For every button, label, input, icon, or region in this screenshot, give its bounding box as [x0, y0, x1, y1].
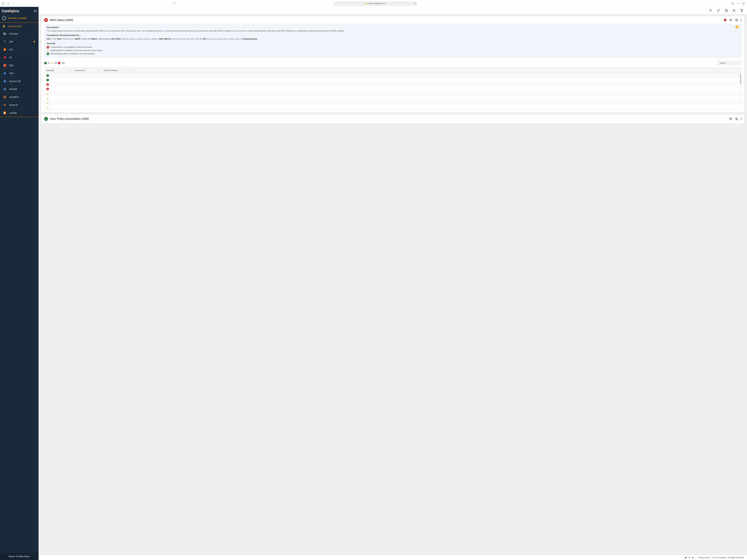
svg-rect-22: [4, 88, 5, 90]
active-dot-icon: [33, 41, 35, 43]
svg-point-56: [736, 120, 736, 120]
zoom-icon[interactable]: [729, 19, 732, 22]
svg-point-46: [737, 21, 738, 21]
column-header-account-id[interactable]: Account Id ≡: [73, 68, 102, 73]
svg-point-45: [736, 21, 736, 21]
user-icon[interactable]: [732, 9, 736, 12]
sidebar-item-redshift[interactable]: Redshift: [0, 85, 38, 93]
url-text: atlas.centilytics.com: [368, 2, 386, 4]
ok-icon: ✓: [46, 74, 49, 77]
svg-point-28: [4, 105, 5, 105]
svg-point-13: [4, 33, 4, 33]
svg-line-34: [717, 10, 718, 11]
description-toggle[interactable]: [735, 26, 740, 28]
facebook-icon[interactable]: [688, 557, 690, 559]
section-back-icon[interactable]: [2, 16, 6, 20]
svg-point-49: [741, 19, 741, 19]
status-critical-icon: [44, 18, 48, 22]
ok-icon: ✓: [46, 79, 49, 81]
refresh-icon[interactable]: [414, 2, 416, 4]
section-title: Security & Health: [8, 17, 27, 20]
route53-icon: [3, 103, 6, 107]
rds-icon: [3, 72, 6, 75]
privacy-link[interactable]: Privacy policy: [698, 557, 710, 559]
table-row[interactable]: ▲: [44, 91, 741, 96]
twitter-icon[interactable]: [685, 557, 687, 559]
filter-icon[interactable]: [740, 9, 743, 12]
warn-icon: ▲: [46, 101, 49, 104]
share-icon[interactable]: [731, 2, 735, 5]
collapse-icon[interactable]: [717, 9, 720, 12]
severity-row: ✕ Critical:MFA is not enabled on the roo…: [47, 46, 739, 49]
sidebar-toggle-icon[interactable]: [2, 2, 5, 5]
forward-icon[interactable]: [12, 2, 15, 5]
column-menu-icon[interactable]: ≡: [98, 69, 100, 72]
shield-icon[interactable]: [173, 2, 176, 5]
svg-rect-27: [5, 97, 6, 98]
table-row[interactable]: ▲: [44, 105, 741, 109]
cloudfront-icon: [3, 95, 6, 99]
add-cart-icon[interactable]: [735, 19, 738, 22]
card-mfa-status: MFA Status (IAM) ! Description This insi…: [41, 16, 744, 112]
svg-rect-5: [743, 2, 745, 4]
alert-badge-icon[interactable]: !: [724, 19, 726, 21]
severity-row: ▲ Warning:MFA is enabled on the root acc…: [47, 49, 739, 52]
warn-icon: ▲: [46, 106, 49, 108]
column-header-severity[interactable]: Severity ≡: [44, 68, 73, 73]
svg-marker-38: [741, 9, 743, 12]
table-row[interactable]: ▲: [44, 100, 741, 105]
collapse-sidebar-icon[interactable]: [33, 10, 37, 12]
toolbar: [38, 7, 747, 14]
table-row[interactable]: ✕: [44, 82, 741, 87]
return-main-menu-button[interactable]: Return To Main Menu: [0, 553, 38, 560]
table-row[interactable]: ✓: [44, 78, 741, 82]
menu-icon[interactable]: [709, 9, 712, 12]
ok-icon: ✓: [47, 52, 49, 55]
svg-rect-25: [5, 96, 6, 97]
back-icon[interactable]: [7, 2, 10, 5]
column-menu-icon[interactable]: ≡: [69, 69, 70, 72]
search-input[interactable]: [718, 61, 742, 65]
svg-point-60: [741, 117, 741, 118]
sidebar-item-ec2[interactable]: EC2: [0, 46, 38, 53]
sidebar-item-label: S3: [9, 56, 12, 59]
sidebar-item-cloudfront[interactable]: Cloudfront: [0, 93, 38, 101]
svg-point-37: [733, 9, 735, 10]
sidebar-item-rds[interactable]: RDS: [0, 69, 38, 77]
plus-icon[interactable]: [737, 2, 740, 5]
sidebar-item-lambda[interactable]: Lambda: [0, 109, 38, 117]
svg-rect-23: [5, 88, 6, 90]
critical-icon: ✕: [58, 62, 60, 64]
add-cart-icon[interactable]: [735, 117, 738, 121]
warn-icon: ▲: [46, 92, 49, 95]
sidebar-item-iam[interactable]: IAM: [0, 37, 38, 46]
table-row[interactable]: ▲: [44, 96, 741, 100]
tabs-icon[interactable]: [742, 2, 745, 5]
sidebar-item-s3[interactable]: S3: [0, 53, 38, 61]
column-menu-icon[interactable]: ≡: [127, 69, 129, 72]
column-header-account-name[interactable]: Account Name ≡: [102, 68, 131, 73]
svg-point-61: [741, 118, 741, 119]
sidebar-item-dynamodb[interactable]: Dynamo DB: [0, 77, 38, 85]
cart-icon[interactable]: [725, 9, 728, 12]
svg-line-42: [731, 21, 732, 21]
severity-heading: Severity: [47, 42, 739, 45]
zoom-icon[interactable]: [729, 117, 732, 121]
sidebar-item-label: Overview: [9, 32, 18, 35]
more-icon[interactable]: [741, 117, 742, 121]
sidebar-item-ebs[interactable]: EBS: [0, 61, 38, 69]
warning-icon: ▲: [47, 49, 49, 52]
scrollbar[interactable]: [740, 74, 741, 84]
sidebar-item-route53[interactable]: Route 53: [0, 101, 38, 109]
summary-bar: ✓ 3 ▲ 16 ✕ 10: [42, 59, 744, 67]
status-ok-icon: [44, 117, 48, 121]
svg-rect-9: [3, 26, 5, 27]
url-bar[interactable]: 🔒 atlas.centilytics.com: [334, 1, 417, 6]
table-row[interactable]: ✓: [44, 74, 741, 78]
card-title: MFA Status (IAM): [50, 18, 73, 22]
linkedin-icon[interactable]: [692, 557, 694, 559]
more-icon[interactable]: [741, 19, 742, 22]
sidebar-item-overview[interactable]: Overview: [0, 30, 38, 37]
sidebar-group-security-audit[interactable]: Security Audit: [0, 23, 38, 30]
table-row[interactable]: ✕: [44, 87, 741, 91]
